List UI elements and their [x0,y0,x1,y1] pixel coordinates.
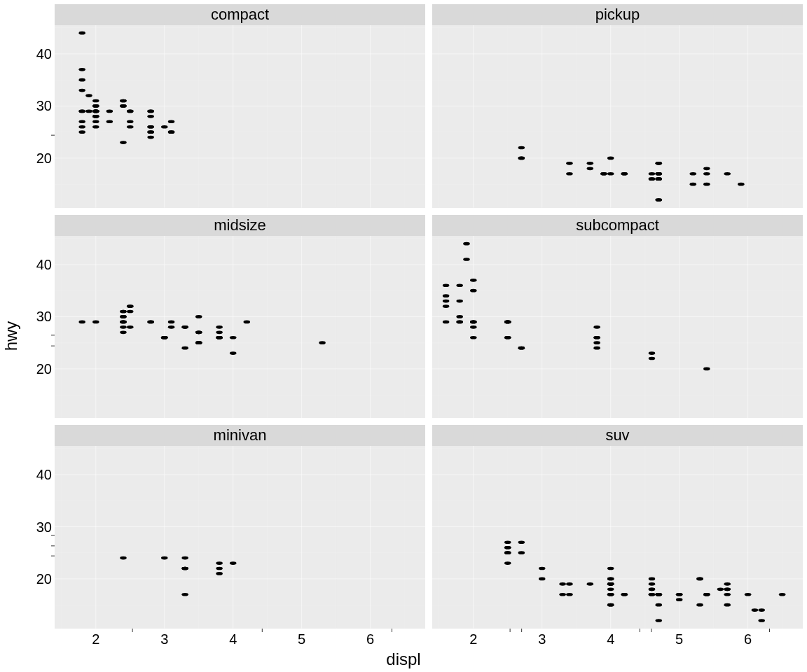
facet-strip-label: minivan [55,425,425,446]
svg-point-88 [168,326,175,329]
svg-point-26 [78,130,85,134]
svg-point-305 [504,541,511,545]
svg-point-213 [518,146,525,150]
svg-point-122 [195,330,202,334]
svg-point-254 [470,289,477,293]
svg-point-253 [456,299,463,302]
svg-point-249 [443,284,450,287]
y-axis-title: hwy [1,321,21,351]
svg-point-197 [738,183,745,186]
svg-point-244 [649,356,656,360]
svg-point-41 [161,125,168,129]
svg-point-190 [600,172,607,176]
svg-point-51 [85,110,92,113]
svg-point-212 [703,167,710,170]
plot-panel [55,25,425,208]
svg-point-126 [92,320,99,323]
y-tick-labels: 203040 [22,25,52,208]
svg-point-28 [92,120,99,123]
svg-point-243 [649,351,656,355]
svg-point-196 [724,172,731,176]
svg-point-299 [758,609,765,612]
facet-subcompact: subcompact [432,215,803,419]
svg-point-151 [161,556,168,560]
svg-point-311 [566,593,573,596]
svg-point-158 [216,572,223,575]
svg-point-49 [147,136,154,139]
svg-point-105 [127,326,134,329]
svg-point-302 [504,562,511,566]
svg-point-64 [120,141,127,144]
svg-point-350 [724,588,731,592]
y-tick-labels: 203040 [22,236,52,419]
svg-point-335 [703,593,710,596]
facet-strip-label: midsize [55,215,425,236]
svg-point-262 [463,241,470,245]
svg-point-348 [656,619,663,622]
svg-point-192 [656,162,663,165]
svg-point-52 [85,94,92,97]
svg-point-100 [120,330,127,334]
svg-point-339 [676,593,683,596]
svg-point-346 [607,588,614,592]
svg-point-113 [230,336,237,340]
svg-point-101 [120,326,127,329]
facet-strip-label: compact [55,4,425,25]
svg-point-270 [470,320,477,323]
svg-point-345 [587,582,594,586]
svg-point-342 [607,603,614,607]
svg-point-268 [456,320,463,323]
svg-point-349 [656,593,663,596]
svg-point-155 [181,593,188,596]
svg-point-303 [504,546,511,550]
svg-point-19 [78,110,85,113]
svg-point-208 [649,177,656,181]
svg-point-121 [127,304,134,308]
facet-strip-label: subcompact [432,215,803,236]
svg-point-23 [147,125,154,129]
svg-point-295 [745,593,752,596]
svg-point-125 [161,336,168,340]
svg-point-20 [92,99,99,103]
svg-point-30 [147,130,154,134]
svg-point-259 [504,336,511,340]
svg-point-187 [587,162,594,165]
svg-point-57 [147,110,154,113]
svg-point-329 [649,588,656,592]
svg-point-271 [463,258,470,261]
svg-point-340 [559,593,566,596]
plot-panel [432,236,803,419]
svg-point-341 [559,582,566,586]
svg-point-117 [230,351,237,355]
svg-point-321 [607,593,614,596]
x-axis-title: displ [386,650,420,669]
facet-strip-label: suv [432,425,803,446]
svg-point-99 [181,346,188,349]
svg-point-351 [752,609,759,612]
x-tick-labels: 23456 [432,631,803,648]
svg-point-46 [92,125,99,129]
svg-point-242 [593,326,600,329]
svg-point-202 [656,172,663,176]
svg-point-40 [120,99,127,103]
plot-panel [55,236,425,419]
svg-point-112 [181,326,188,329]
svg-point-94 [216,330,223,334]
svg-point-24 [168,120,175,123]
svg-point-308 [518,541,525,545]
svg-point-32 [168,130,175,134]
svg-point-292 [696,603,703,607]
svg-point-36 [127,120,134,123]
facet-scatter-figure: hwy displ compact203040midsize203040mini… [0,0,807,672]
svg-point-56 [127,110,134,113]
svg-point-150 [120,556,127,560]
svg-point-251 [456,284,463,287]
svg-point-210 [703,172,710,176]
svg-point-188 [587,167,594,170]
svg-point-128 [78,320,85,323]
plot-panel [55,446,425,629]
svg-point-204 [656,177,663,181]
svg-point-209 [649,172,656,176]
svg-point-261 [518,346,525,349]
svg-point-293 [696,578,703,581]
